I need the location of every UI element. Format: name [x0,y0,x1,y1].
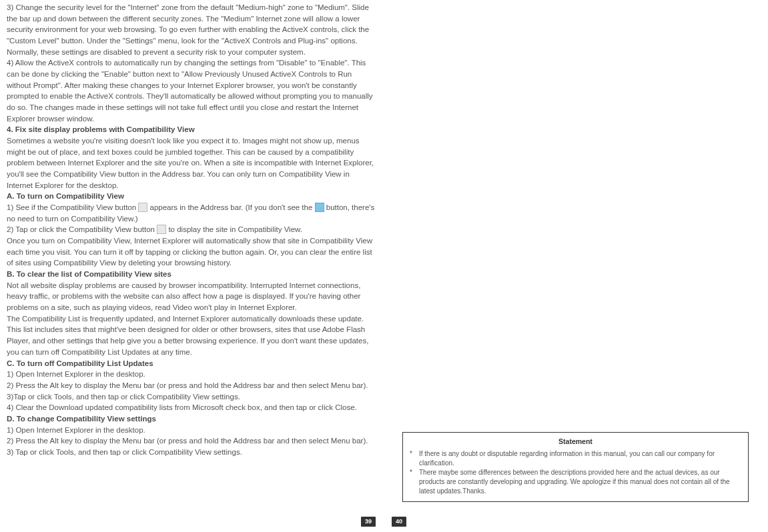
compat-view-icon [138,203,147,212]
compat-view-icon [157,225,166,234]
heading-d: D. To change Compatibility View settings [7,413,377,425]
statement-box: Statement * If there is any doubt or dis… [402,432,749,502]
step-3-text: 3) Change the security level for the "In… [7,2,377,57]
step-c2-text: 2) Press the Alt key to display the Menu… [7,380,377,391]
a2-part1: 2) Tap or click the Compatibility View b… [7,225,157,233]
compat-note-text: Once you turn on Compatibility View, Int… [7,235,377,269]
heading-b: B. To clear the list of Compatibility Vi… [7,269,377,280]
statement-item-1: * If there is any doubt or disputable re… [410,449,741,468]
page-39: 3) Change the security level for the "In… [0,0,384,532]
step-d2-text: 2) Press the Alt key to display the Menu… [7,435,377,447]
step-d3-text: 3) Tap or click Tools, and then tap or c… [7,447,377,458]
page-number-left: 39 [361,517,376,527]
page-40: Statement * If there is any doubt or dis… [384,0,767,532]
statement-title: Statement [410,437,741,447]
b-text-2: The Compatibility List is frequently upd… [7,313,377,358]
heading-c: C. To turn off Compatibility List Update… [7,358,377,369]
a1-part2: appears in the Address bar. (If you don'… [147,203,314,211]
bullet-star: * [410,449,419,468]
step-a2-text: 2) Tap or click the Compatibility View b… [7,224,377,235]
step-d1-text: 1) Open Internet Explorer in the desktop… [7,425,377,436]
heading-fix-display: 4. Fix site display problems with Compat… [7,124,377,135]
statement-2-text: There maybe some differences between the… [419,468,741,496]
bullet-star: * [410,468,419,496]
heading-a: A. To turn on Compatibility View [7,191,377,202]
statement-item-2: * There maybe some differences between t… [410,468,741,496]
step-c1-text: 1) Open Internet Explorer in the desktop… [7,369,377,380]
step-c3-text: 3)Tap or click Tools, and then tap or cl… [7,391,377,403]
step-c4-text: 4) Clear the Download updated compatibil… [7,402,377,413]
page-number-right: 40 [392,517,406,527]
b-text-1: Not all website display problems are cau… [7,280,377,313]
a2-part2: to display the site in Compatibility Vie… [166,225,302,233]
compat-view-icon-blue [315,203,324,212]
a1-part1: 1) See if the Compatibility View button [7,203,138,211]
statement-1-text: If there is any doubt or disputable rega… [419,449,741,468]
compat-intro-text: Sometimes a website you're visiting does… [7,135,377,191]
step-4-text: 4) Allow the ActiveX controls to automat… [7,57,377,124]
step-a1-text: 1) See if the Compatibility View button … [7,202,377,224]
